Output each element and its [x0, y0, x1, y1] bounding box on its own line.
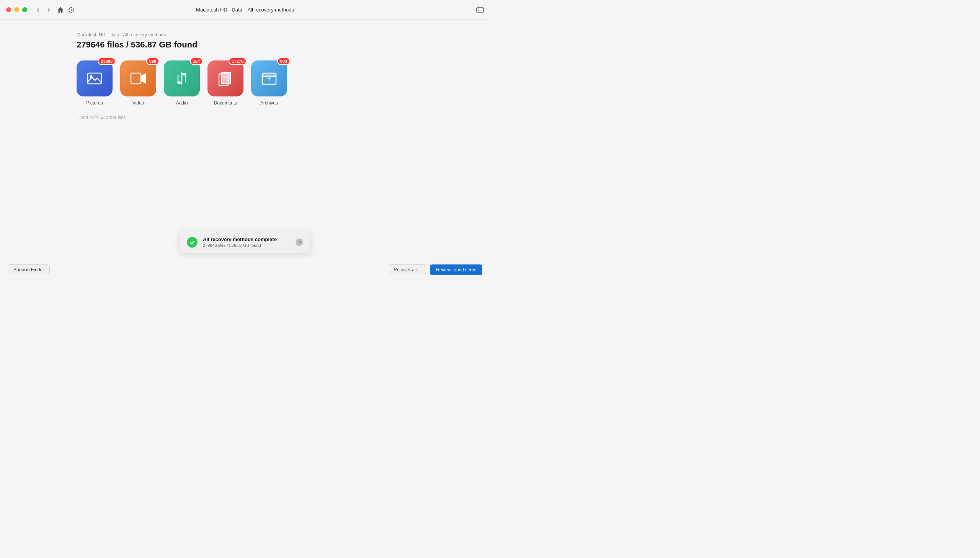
maximize-button[interactable] [22, 7, 27, 12]
nav-buttons [33, 6, 53, 14]
sidebar-toggle-button[interactable] [476, 7, 484, 13]
pictures-badge: 23608 [98, 57, 116, 65]
toast-close-button[interactable]: ✕ [295, 238, 303, 246]
page-title: 279646 files / 536.87 GB found [77, 40, 414, 50]
categories-container: 23608 Pictures 890 Video [77, 61, 414, 106]
category-pictures[interactable]: 23608 Pictures [77, 61, 113, 106]
show-in-finder-button[interactable]: Show in Finder [8, 264, 50, 275]
category-video[interactable]: 890 Video [120, 61, 156, 106]
video-icon: 890 [120, 61, 156, 97]
audio-badge: 154 [190, 57, 203, 65]
audio-icon: 154 [164, 61, 200, 97]
back-button[interactable] [33, 6, 42, 14]
archives-icon: 803 [251, 61, 287, 97]
recover-all-button[interactable]: Recover all... [388, 264, 426, 275]
window-title: Macintosh HD - Data – All recovery metho… [196, 7, 294, 13]
audio-label: Audio [176, 100, 188, 106]
traffic-lights [6, 7, 27, 12]
bottom-right-buttons: Recover all... Review found items [388, 264, 483, 275]
bottom-bar: Show in Finder Recover all... Review fou… [0, 260, 490, 279]
toast-notification: All recovery methods complete 279646 fil… [180, 231, 310, 253]
documents-label: Documents [214, 100, 237, 106]
svg-rect-5 [131, 73, 141, 84]
pictures-label: Pictures [86, 100, 103, 106]
documents-badge: 17278 [228, 57, 246, 65]
toast-content: All recovery methods complete 279646 fil… [203, 236, 290, 248]
svg-rect-3 [88, 73, 102, 84]
forward-button[interactable] [45, 6, 53, 14]
svg-rect-1 [477, 8, 484, 12]
archives-badge: 803 [277, 57, 290, 65]
history-button[interactable] [67, 6, 76, 14]
titlebar: Macintosh HD - Data – All recovery metho… [0, 0, 490, 20]
review-found-items-button[interactable]: Review found items [430, 264, 483, 275]
category-documents[interactable]: 17278 Documents [207, 61, 243, 106]
minimize-button[interactable] [14, 7, 19, 12]
home-button[interactable] [56, 6, 65, 14]
toast-success-icon [187, 237, 197, 248]
svg-point-6 [177, 82, 181, 84]
toast-subtitle: 279646 files / 536.87 GB found [203, 243, 290, 248]
documents-icon: 17278 [207, 61, 243, 97]
close-button[interactable] [6, 7, 11, 12]
other-files-text: ...and 234463 other files [77, 115, 414, 120]
toast-title: All recovery methods complete [203, 236, 290, 242]
pictures-icon: 23608 [77, 61, 113, 97]
main-content: Macintosh HD - Data - All recovery metho… [0, 20, 490, 133]
archives-label: Archives [260, 100, 278, 106]
video-label: Video [133, 100, 144, 106]
category-archives[interactable]: 803 Archives [251, 61, 287, 106]
category-audio[interactable]: 154 Audio [164, 61, 200, 106]
breadcrumb: Macintosh HD - Data - All recovery metho… [77, 32, 414, 38]
video-badge: 890 [146, 57, 159, 65]
